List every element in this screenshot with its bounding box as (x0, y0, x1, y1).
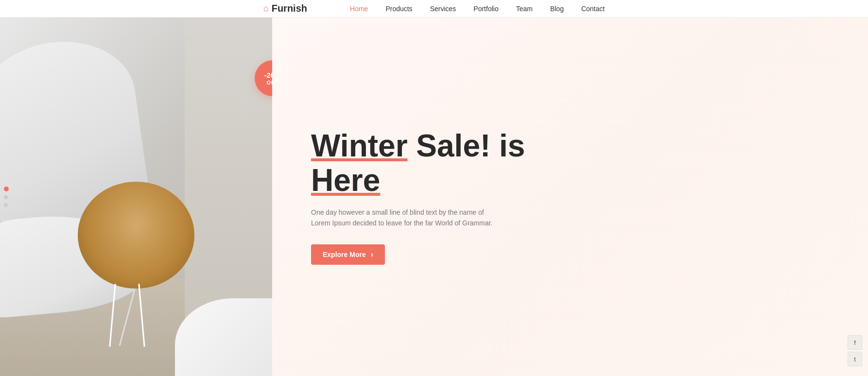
nav-home[interactable]: Home (350, 5, 368, 13)
hero-title-line2: Here (311, 163, 380, 198)
logo-icon: ⌂ (263, 3, 269, 14)
slide-dot-3[interactable] (4, 203, 8, 207)
hero-background (0, 17, 272, 376)
nav-contact[interactable]: Contact (581, 5, 605, 13)
navbar: ⌂ Furnish Home Products Services Portfol… (0, 0, 868, 17)
hero-description: One day however a small line of blind te… (311, 207, 496, 229)
nav-portfolio[interactable]: Portfolio (473, 5, 498, 13)
slide-dots (4, 187, 9, 207)
slide-dot-2[interactable] (4, 195, 8, 199)
hero-image-panel: -20% OFF (0, 17, 272, 376)
hero-content: Winter Sale! is Here One day however a s… (311, 129, 525, 265)
discount-value: -20% (264, 71, 272, 80)
hero-title: Winter Sale! is Here (311, 129, 525, 197)
twitter-icon: t (854, 356, 856, 363)
nav-services[interactable]: Services (430, 5, 456, 13)
logo-text: Furnish (272, 3, 307, 14)
hero-content-panel: Winter Sale! is Here One day however a s… (272, 17, 868, 376)
explore-more-label: Explore More (323, 251, 366, 258)
discount-label: OFF (267, 80, 273, 85)
facebook-icon: f (854, 339, 856, 346)
chevron-right-icon: › (371, 250, 373, 259)
social-icons: f t (848, 335, 862, 366)
nav-links: Home Products Services Portfolio Team Bl… (350, 4, 605, 13)
hero-section: -20% OFF Winter Sale! is Here One day ho… (0, 17, 868, 376)
nav-team[interactable]: Team (516, 5, 533, 13)
hero-title-line1: Winter (311, 128, 408, 163)
slide-dot-1[interactable] (4, 187, 9, 191)
twitter-icon-button[interactable]: t (848, 352, 862, 366)
table-surface (78, 182, 194, 289)
explore-more-button[interactable]: Explore More › (311, 244, 385, 265)
logo[interactable]: ⌂ Furnish (263, 3, 307, 14)
facebook-icon-button[interactable]: f (848, 335, 862, 350)
nav-products[interactable]: Products (385, 5, 412, 13)
nav-blog[interactable]: Blog (550, 5, 564, 13)
